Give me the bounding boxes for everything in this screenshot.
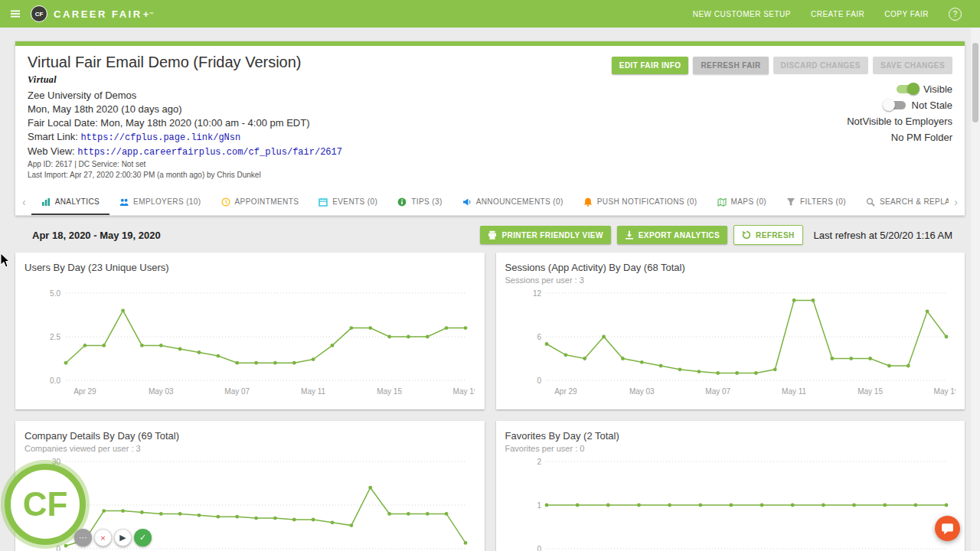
toggle-not-stale[interactable] <box>885 101 906 109</box>
download-icon <box>625 230 634 240</box>
svg-text:May 19: May 19 <box>453 387 475 396</box>
analytics-toolbar-right: PRINTER FRIENDLY VIEWEXPORT ANALYTICSREF… <box>480 225 952 245</box>
tab-analytics[interactable]: ANALYTICS <box>31 188 109 215</box>
app-logo-text: CF <box>35 11 44 18</box>
tab-list: ANALYTICSEMPLOYERS (10)APPOINTMENTSEVENT… <box>31 188 949 215</box>
player-close-button[interactable]: × <box>94 529 112 546</box>
tab-push-notifications-0[interactable]: PUSH NOTIFICATIONS (0) <box>573 188 707 215</box>
tabs-bar: ‹ ANALYTICSEMPLOYERS (10)APPOINTMENTSEVE… <box>15 188 965 216</box>
svg-text:0.0: 0.0 <box>50 377 60 385</box>
tab-label: EVENTS (0) <box>332 197 377 206</box>
map-icon <box>717 197 727 207</box>
tabs-scroll-left-icon[interactable]: ‹ <box>17 196 31 208</box>
chart-plot: 0.02.55.0Apr 29May 03May 07May 11May 15M… <box>24 285 475 408</box>
tab-label: EMPLOYERS (10) <box>133 197 201 206</box>
toggle-visible[interactable] <box>897 85 917 93</box>
tab-label: FILTERS (0) <box>800 197 846 206</box>
tab-label: SEARCH & REPLACE <box>880 197 949 206</box>
svg-text:May 19: May 19 <box>933 387 955 396</box>
toggle-knob <box>907 83 920 95</box>
tab-filters-0[interactable]: FILTERS (0) <box>776 188 856 215</box>
chart-title: Sessions (App Activity) By Day (68 Total… <box>505 262 961 273</box>
chart-subtitle <box>24 276 480 285</box>
toggle-row-visible: Visible <box>612 83 952 95</box>
analytics-date-range: Apr 18, 2020 - May 19, 2020 <box>32 230 161 241</box>
printer-friendly-view-button[interactable]: PRINTER FRIENDLY VIEW <box>480 226 610 244</box>
help-icon[interactable]: ? <box>949 8 962 21</box>
toggle-label: No PM Folder <box>891 132 952 143</box>
refresh-button[interactable]: REFRESH <box>733 225 803 245</box>
app-logo: CF <box>31 5 47 22</box>
brand-trademark: ™ <box>149 10 153 18</box>
scrollbar-thumb[interactable] <box>972 43 978 122</box>
player-more-options-button[interactable]: ⋯ <box>74 529 92 546</box>
printer-icon <box>488 230 497 240</box>
web-view-label: Web View: <box>28 145 75 157</box>
scrollbar[interactable] <box>971 28 980 551</box>
tab-label: ANALYTICS <box>55 197 100 206</box>
bar-chart-icon <box>41 197 51 207</box>
tab-label: ANNOUNCEMENTS (0) <box>476 197 564 206</box>
brand-name: CAREER FAIR <box>54 8 142 20</box>
svg-text:May 15: May 15 <box>377 387 402 396</box>
chart-plot: 0612Apr 29May 03May 07May 11May 15May 19 <box>505 285 956 408</box>
topbar-item-create-fair[interactable]: CREATE FAIR <box>811 10 864 18</box>
edit-fair-info-button[interactable]: EDIT FAIR INFO <box>612 57 689 74</box>
refresh-icon <box>742 230 751 240</box>
brand-plus: + <box>143 8 149 20</box>
svg-text:May 15: May 15 <box>858 387 883 396</box>
analytics-action-buttons: PRINTER FRIENDLY VIEWEXPORT ANALYTICSREF… <box>480 225 802 245</box>
web-view-link[interactable]: https://app.careerfairplus.com/cf_plus/f… <box>77 147 342 158</box>
refresh-fair-button[interactable]: REFRESH FAIR <box>693 57 768 74</box>
tab-employers-10[interactable]: EMPLOYERS (10) <box>109 188 211 215</box>
tab-announcements-0[interactable]: ANNOUNCEMENTS (0) <box>452 188 573 215</box>
tab-tips-3[interactable]: TIPS (3) <box>387 188 452 215</box>
analytics-toolbar: Apr 18, 2020 - May 19, 2020 PRINTER FRIE… <box>15 225 965 245</box>
svg-text:May 11: May 11 <box>782 387 806 396</box>
tab-maps-0[interactable]: MAPS (0) <box>707 188 777 215</box>
toggle-knob <box>883 99 895 111</box>
save-changes-button[interactable]: SAVE CHANGES <box>873 57 952 74</box>
player-play-button[interactable]: ▶ <box>114 529 132 546</box>
topbar-item-copy-fair[interactable]: COPY FAIR <box>884 10 929 18</box>
tab-label: MAPS (0) <box>731 197 767 206</box>
hamburger-menu-icon[interactable] <box>11 9 20 18</box>
info-icon <box>397 197 407 207</box>
svg-text:0: 0 <box>537 545 541 551</box>
toggle-row-not-stale: Not Stale <box>612 99 952 111</box>
tab-label: TIPS (3) <box>411 197 442 206</box>
tab-events-0[interactable]: EVENTS (0) <box>309 188 387 215</box>
chart-card-users-by-day-23-unique-users: Users By Day (23 Unique Users) 0.02.55.0… <box>15 253 485 409</box>
svg-text:May 07: May 07 <box>224 387 250 396</box>
clock-icon <box>221 197 230 207</box>
svg-text:May 07: May 07 <box>705 387 730 396</box>
tab-label: APPOINTMENTS <box>235 197 299 206</box>
chart-title: Company Details By Day (69 Total) <box>24 430 480 442</box>
tab-search-replace[interactable]: SEARCH & REPLACE <box>856 188 949 215</box>
topbar-item-new-customer-setup[interactable]: NEW CUSTOMER SETUP <box>693 10 791 18</box>
app-id-line: App ID: 2617 | DC Service: Not set <box>28 160 952 168</box>
recorder-controls: ⋯×▶✓ <box>74 529 152 546</box>
topbar-menu: NEW CUSTOMER SETUPCREATE FAIRCOPY FAIR ? <box>693 8 962 21</box>
chart-card-sessions-app-activity-by-day-68-total: Sessions (App Activity) By Day (68 Total… <box>496 253 965 409</box>
discard-changes-button[interactable]: DISCARD CHANGES <box>773 57 868 74</box>
filter-icon <box>786 197 795 207</box>
player-check-button[interactable]: ✓ <box>134 529 152 546</box>
tab-label: PUSH NOTIFICATIONS (0) <box>597 197 697 206</box>
toggle-label: Not Stale <box>912 99 952 111</box>
smart-link-label: Smart Link: <box>28 131 78 142</box>
search-icon <box>866 197 875 207</box>
svg-text:0: 0 <box>537 377 541 385</box>
toggle-row-no-pm-folder: No PM Folder <box>612 132 952 143</box>
smart-link[interactable]: https://cfplus.page.link/gNsn <box>80 132 240 143</box>
megaphone-icon <box>462 197 472 207</box>
svg-text:1: 1 <box>537 501 541 510</box>
chat-icon <box>941 522 954 535</box>
svg-text:2: 2 <box>537 458 541 466</box>
calendar-icon <box>318 197 328 207</box>
topbar: CF CAREER FAIR + ™ NEW CUSTOMER SETUPCRE… <box>0 0 980 28</box>
chat-launcher-button[interactable] <box>935 516 960 541</box>
tabs-scroll-right-icon[interactable]: › <box>949 196 963 208</box>
tab-appointments[interactable]: APPOINTMENTS <box>211 188 309 215</box>
export-analytics-button[interactable]: EXPORT ANALYTICS <box>617 226 727 244</box>
